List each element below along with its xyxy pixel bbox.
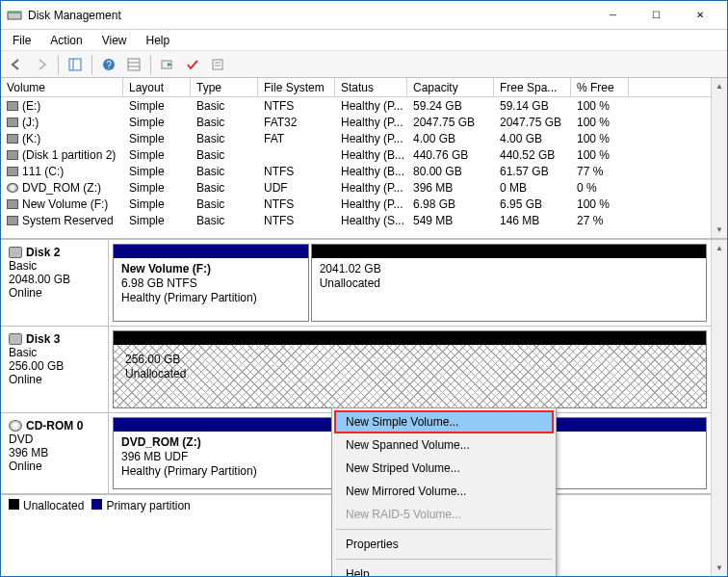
vol-pct: 0 % (571, 179, 629, 196)
vol-fs (258, 146, 335, 163)
vol-pct: 100 % (571, 114, 629, 130)
vol-type: Basic (191, 130, 258, 146)
scroll-up-icon[interactable]: ▲ (712, 78, 727, 94)
disk-header[interactable]: Disk 3 Basic 256.00 GB Online (1, 327, 109, 412)
ctx-new-simple-volume[interactable]: New Simple Volume... (334, 410, 554, 433)
cdrom-icon (9, 420, 22, 432)
menu-help[interactable]: Help (141, 32, 176, 49)
vol-status: Healthy (P... (335, 130, 407, 146)
partition-unallocated[interactable]: 256.00 GB Unallocated (113, 330, 707, 408)
ctx-new-striped-volume[interactable]: New Striped Volume... (334, 457, 554, 480)
ctx-help[interactable]: Help (334, 563, 554, 577)
window-title: Disk Management (28, 9, 591, 22)
scroll-up-icon[interactable]: ▲ (712, 240, 727, 256)
volume-row[interactable]: (Disk 1 partition 2)SimpleBasicHealthy (… (1, 146, 711, 163)
vol-free: 440.52 GB (494, 146, 571, 163)
disk-size: 2048.00 GB (9, 273, 100, 286)
vol-status: Healthy (B... (335, 163, 407, 179)
vol-name: (K:) (22, 132, 40, 145)
volume-row[interactable]: DVD_ROM (Z:)SimpleBasicUDFHealthy (P...3… (1, 179, 711, 196)
part-size: 2041.02 GB (320, 262, 698, 276)
volume-icon (7, 118, 18, 127)
volume-icon (7, 134, 18, 144)
vol-free: 59.14 GB (494, 97, 571, 114)
vol-name: DVD_ROM (Z:) (22, 181, 101, 195)
vol-status: Healthy (P... (335, 196, 407, 212)
swatch-unallocated (9, 499, 19, 510)
disk-title: Disk 3 (26, 332, 60, 346)
volume-row[interactable]: New Volume (F:)SimpleBasicNTFSHealthy (P… (1, 196, 711, 212)
vol-fs: NTFS (258, 196, 335, 212)
col-filesystem[interactable]: File System (258, 78, 335, 96)
disk-header[interactable]: Disk 2 Basic 2048.00 GB Online (1, 240, 109, 326)
vol-capacity: 4.00 GB (407, 130, 494, 146)
volume-row[interactable]: (K:)SimpleBasicFATHealthy (P...4.00 GB4.… (1, 130, 711, 146)
maximize-button[interactable]: ☐ (635, 2, 678, 29)
partition-f[interactable]: New Volume (F:) 6.98 GB NTFS Healthy (Pr… (113, 244, 309, 322)
svg-rect-6 (128, 59, 140, 70)
col-status[interactable]: Status (335, 78, 407, 96)
col-pctfree[interactable]: % Free (571, 78, 629, 96)
back-button[interactable] (5, 54, 28, 75)
vol-fs: NTFS (258, 212, 335, 228)
col-layout[interactable]: Layout (123, 78, 191, 96)
vol-free: 4.00 GB (494, 130, 571, 146)
scroll-down-icon[interactable]: ▼ (712, 560, 727, 576)
volume-row[interactable]: System ReservedSimpleBasicNTFSHealthy (S… (1, 212, 711, 228)
help-icon[interactable]: ? (97, 54, 120, 75)
close-button[interactable]: ✕ (678, 2, 721, 29)
col-volume[interactable]: Volume (1, 78, 123, 96)
scroll-down-icon[interactable]: ▼ (712, 222, 727, 238)
col-type[interactable]: Type (191, 78, 258, 96)
check-icon[interactable] (181, 54, 204, 75)
volume-icon (7, 199, 18, 209)
menu-view[interactable]: View (96, 32, 133, 49)
minimize-button[interactable]: ─ (591, 2, 635, 29)
list-icon[interactable] (122, 54, 145, 75)
menu-file[interactable]: File (7, 32, 37, 49)
vol-pct: 100 % (571, 130, 629, 146)
partition-unallocated[interactable]: 2041.02 GB Unallocated (311, 244, 707, 322)
disk-icon (9, 333, 22, 345)
disk-kind: Basic (9, 259, 100, 273)
forward-button[interactable] (30, 54, 53, 75)
part-size: 256.00 GB (125, 353, 186, 367)
vol-layout: Simple (123, 130, 191, 146)
vol-scrollbar[interactable]: ▲ ▼ (711, 78, 727, 238)
action-icon[interactable] (156, 54, 179, 75)
menu-action[interactable]: Action (44, 32, 88, 49)
vol-layout: Simple (123, 146, 191, 163)
ctx-new-mirrored-volume[interactable]: New Mirrored Volume... (334, 480, 554, 503)
col-capacity[interactable]: Capacity (407, 78, 494, 96)
legend-label: Primary partition (106, 499, 190, 512)
ctx-new-spanned-volume[interactable]: New Spanned Volume... (334, 433, 554, 457)
vol-status: Healthy (P... (335, 114, 407, 130)
props-icon[interactable] (206, 54, 229, 75)
disk-state: Online (9, 373, 100, 386)
graph-scrollbar[interactable]: ▲ ▼ (711, 240, 727, 576)
vol-type: Basic (191, 146, 258, 163)
disk-kind: DVD (9, 433, 100, 446)
volume-row[interactable]: (E:)SimpleBasicNTFSHealthy (P...59.24 GB… (1, 97, 711, 114)
volume-row[interactable]: 111 (C:)SimpleBasicNTFSHealthy (B...80.0… (1, 163, 711, 179)
vol-type: Basic (191, 212, 258, 228)
tree-icon[interactable] (64, 54, 87, 75)
app-icon (7, 8, 22, 23)
svg-rect-10 (213, 60, 222, 69)
volume-icon (7, 216, 18, 225)
vol-layout: Simple (123, 97, 191, 114)
vol-free: 2047.75 GB (494, 114, 571, 130)
vol-status: Healthy (B... (335, 146, 407, 163)
disk-size: 396 MB (9, 446, 100, 459)
disk-row-disk2: Disk 2 Basic 2048.00 GB Online New Volum… (1, 240, 711, 327)
part-status: Healthy (Primary Partition) (121, 291, 300, 305)
disk-row-disk3: Disk 3 Basic 256.00 GB Online 256.00 GB … (1, 327, 711, 413)
col-free[interactable]: Free Spa... (494, 78, 571, 96)
volume-row[interactable]: (J:)SimpleBasicFAT32Healthy (P...2047.75… (1, 114, 711, 130)
ctx-properties[interactable]: Properties (334, 533, 554, 556)
vol-name: (E:) (22, 99, 40, 113)
volume-icon (7, 183, 18, 193)
vol-free: 6.95 GB (494, 196, 571, 212)
disk-header[interactable]: CD-ROM 0 DVD 396 MB Online (1, 413, 109, 493)
svg-rect-1 (8, 12, 21, 13)
